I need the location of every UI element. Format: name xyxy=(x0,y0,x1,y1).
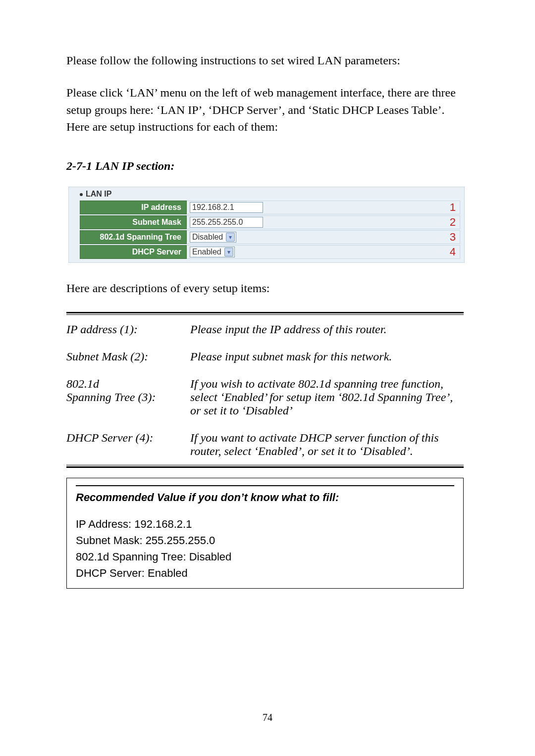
descriptions-table: IP address (1): Please input the IP addr… xyxy=(66,312,464,468)
desc-term-stp: 802.1d Spanning Tree (3): xyxy=(66,370,190,424)
lan-ip-panel: LAN IP IP address 1 Subnet Mask 2 802.1d… xyxy=(68,187,465,263)
subnet-mask-input[interactable] xyxy=(190,217,263,228)
desc-lead-text: Here are descriptions of every setup ite… xyxy=(66,280,469,297)
recommend-title: Recommended Value if you don’t know what… xyxy=(76,485,454,504)
table-top-rule-thin xyxy=(66,314,464,315)
row-number-2: 2 xyxy=(446,216,456,229)
lan-row-ip: IP address 1 xyxy=(80,201,460,214)
desc-row-dhcp: DHCP Server (4): If you want to activate… xyxy=(66,424,464,465)
label-spanning-tree: 802.1d Spanning Tree xyxy=(80,230,187,244)
row-number-1: 1 xyxy=(446,201,456,214)
dhcp-server-value: Enabled xyxy=(192,248,221,256)
desc-term-ip: IP address (1): xyxy=(66,316,190,343)
spanning-tree-select[interactable]: Disabled ▾ xyxy=(190,232,236,243)
lan-row-dhcp-server: DHCP Server Enabled ▾ 4 xyxy=(80,245,460,259)
chevron-down-icon: ▾ xyxy=(224,248,233,256)
table-bottom-rule-thin xyxy=(66,465,464,465)
desc-row-ip: IP address (1): Please input the IP addr… xyxy=(66,316,464,343)
desc-def-ip: Please input the IP address of this rout… xyxy=(190,316,464,343)
lan-ip-title-text: LAN IP xyxy=(86,190,111,198)
ip-address-input[interactable] xyxy=(190,202,263,213)
lan-row-subnet: Subnet Mask 2 xyxy=(80,215,460,229)
label-ip-address: IP address xyxy=(80,201,187,214)
label-dhcp-server: DHCP Server xyxy=(80,245,187,259)
recommend-dhcp: DHCP Server: Enabled xyxy=(76,565,454,581)
section-heading-lan-ip: 2-7-1 LAN IP section: xyxy=(66,159,469,173)
paragraph-intro-2: Please click ‘LAN’ menu on the left of w… xyxy=(66,84,469,136)
recommend-stp: 802.1d Spanning Tree: Disabled xyxy=(76,549,454,565)
page-number: 74 xyxy=(0,712,535,723)
desc-def-subnet: Please input subnet mask for this networ… xyxy=(190,343,464,370)
dhcp-server-select[interactable]: Enabled ▾ xyxy=(190,247,235,257)
recommend-ip: IP Address: 192.168.2.1 xyxy=(76,516,454,532)
chevron-down-icon: ▾ xyxy=(226,233,235,242)
lan-ip-panel-title: LAN IP xyxy=(80,190,460,199)
bullet-icon xyxy=(80,193,83,196)
table-bottom-rule-thick xyxy=(66,466,464,468)
recommend-mask: Subnet Mask: 255.255.255.0 xyxy=(76,532,454,549)
desc-term-subnet: Subnet Mask (2): xyxy=(66,343,190,370)
table-top-rule-thick xyxy=(66,312,464,313)
recommended-values-box: Recommended Value if you don’t know what… xyxy=(66,478,464,589)
paragraph-intro-1: Please follow the following instructions… xyxy=(66,52,469,69)
row-number-4: 4 xyxy=(446,246,456,258)
desc-row-subnet: Subnet Mask (2): Please input subnet mas… xyxy=(66,343,464,370)
label-subnet-mask: Subnet Mask xyxy=(80,215,187,229)
row-number-3: 3 xyxy=(446,231,456,244)
desc-row-stp: 802.1d Spanning Tree (3): If you wish to… xyxy=(66,370,464,424)
spanning-tree-value: Disabled xyxy=(192,233,223,242)
desc-def-dhcp: If you want to activate DHCP server func… xyxy=(190,424,464,465)
lan-row-spanning-tree: 802.1d Spanning Tree Disabled ▾ 3 xyxy=(80,230,460,244)
desc-def-stp: If you wish to activate 802.1d spanning … xyxy=(190,370,464,424)
desc-term-dhcp: DHCP Server (4): xyxy=(66,424,190,465)
